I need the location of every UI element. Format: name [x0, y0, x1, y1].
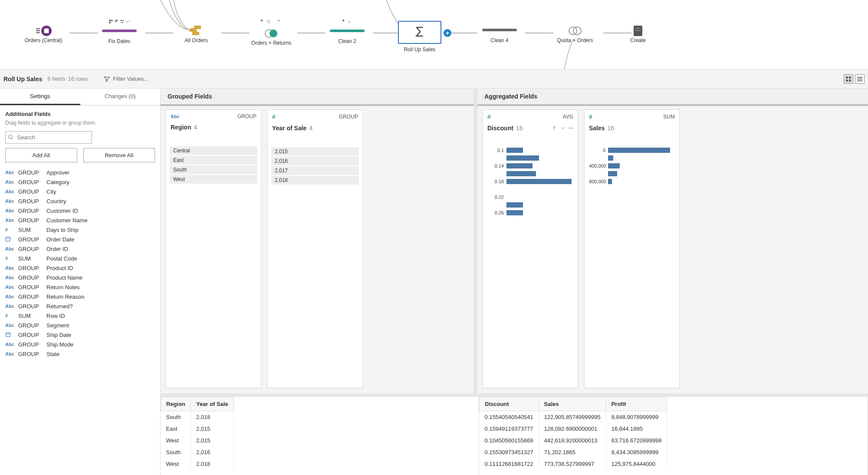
col-header[interactable]: Region	[161, 397, 191, 411]
node-rollup-sales[interactable]: Roll Up Sales	[398, 21, 441, 53]
field-row[interactable]: AbcGROUPShip Mode	[5, 340, 155, 349]
table-row[interactable]: 0.15540540540541122,905.857499999958,848…	[480, 411, 667, 423]
field-row[interactable]: AbcGROUPCategory	[5, 177, 155, 187]
svg-rect-20	[6, 237, 10, 241]
chevron-down-icon[interactable]	[560, 125, 566, 131]
step-icon	[342, 19, 347, 24]
grouped-card[interactable]: #GROUPYear of Sale42,0152,0162,0172,018	[267, 109, 363, 388]
node-orders-central[interactable]: Orders (Central)	[17, 24, 69, 43]
type-icon: #	[5, 313, 18, 318]
type-icon	[5, 236, 18, 243]
filter-icon	[103, 76, 110, 82]
field-row[interactable]: GROUPOrder Date	[5, 234, 155, 244]
type-icon: Abc	[5, 303, 18, 309]
field-row[interactable]: AbcGROUPReturned?	[5, 301, 155, 311]
table-row[interactable]: South2,018	[161, 411, 234, 423]
svg-rect-13	[849, 76, 851, 79]
field-row[interactable]: #SUMRow ID	[5, 311, 155, 320]
node-label: Clean 4	[473, 37, 526, 43]
aggregated-card[interactable]: #AVGDiscount160.10.140.180.220.26	[483, 109, 578, 388]
remove-all-button[interactable]: Remove All	[83, 148, 155, 162]
field-agg: GROUP	[18, 351, 46, 357]
tab-changes[interactable]: Changes (0)	[80, 89, 161, 105]
col-header[interactable]: Discount	[480, 397, 539, 411]
field-row[interactable]: AbcGROUPReturn Reason	[5, 292, 155, 301]
field-row[interactable]: AbcGROUPState	[5, 349, 155, 359]
sort-icon[interactable]	[552, 125, 558, 131]
field-name: Customer Name	[46, 217, 155, 224]
value-row[interactable]: 2,016	[271, 157, 359, 165]
table-row[interactable]: 0.11112681681722773,738.527999997125,975…	[480, 458, 667, 470]
view-profile-button[interactable]	[844, 74, 853, 84]
tab-settings[interactable]: Settings	[0, 89, 80, 105]
node-label: Create	[625, 37, 651, 43]
node-all-orders[interactable]: All Orders	[170, 24, 222, 43]
field-row[interactable]: AbcGROUPProduct ID	[5, 263, 155, 273]
value-row[interactable]: 2,017	[271, 166, 359, 175]
filter-values-button[interactable]: Filter Values...	[103, 76, 148, 82]
value-row[interactable]: East	[170, 156, 257, 165]
table-row[interactable]: 0.15949119373777128,092.690000000116,644…	[480, 423, 667, 435]
node-label: Fix Dates	[93, 38, 145, 44]
view-list-button[interactable]	[855, 74, 865, 84]
value-row[interactable]: West	[170, 175, 257, 184]
table-row[interactable]: South2,016	[161, 446, 234, 458]
table-row[interactable]: West2,018	[161, 458, 234, 470]
search-input[interactable]	[5, 131, 92, 144]
field-row[interactable]: GROUPShip Date	[5, 330, 155, 340]
settings-sidebar: Settings Changes (0) Additional Fields D…	[0, 89, 161, 475]
node-orders-returns[interactable]: Orders + Returns	[245, 19, 297, 46]
table-row[interactable]: 0.1553097345132771,202.18658,434.3095999…	[480, 446, 667, 458]
field-row[interactable]: AbcGROUPOrder ID	[5, 244, 155, 254]
node-clean2[interactable]: Clean 2	[321, 19, 373, 44]
field-agg: GROUP	[18, 188, 46, 195]
type-icon: #	[5, 227, 18, 232]
add-all-button[interactable]: Add All	[5, 148, 77, 162]
aggregated-header: Aggregated Fields	[477, 89, 868, 104]
grouped-fields-panel: Grouped Fields AbcGROUPRegion4CentralEas…	[161, 89, 477, 393]
aggregated-data-table[interactable]: DiscountSalesProfit0.15540540540541122,9…	[479, 397, 868, 475]
type-icon: Abc	[5, 208, 18, 213]
table-row[interactable]: 0.10450560155869442,618.920000001363,716…	[480, 435, 667, 446]
type-icon: #	[5, 256, 18, 261]
col-header[interactable]: Year of Sale	[191, 397, 234, 411]
value-row[interactable]: Central	[170, 146, 257, 155]
node-clean4[interactable]: Clean 4	[473, 24, 526, 43]
type-icon: Abc	[5, 294, 18, 299]
field-row[interactable]: AbcGROUPApprover	[5, 168, 155, 177]
field-row[interactable]: AbcGROUPCustomer Name	[5, 215, 155, 225]
node-quota-orders[interactable]: Quota + Orders	[549, 24, 601, 43]
field-row[interactable]: AbcGROUPCustomer ID	[5, 206, 155, 215]
col-header[interactable]: Profit	[606, 397, 667, 411]
value-row[interactable]: 2,015	[271, 147, 359, 156]
field-agg: GROUP	[18, 274, 46, 281]
grouped-data-table[interactable]: RegionYear of SaleSouth2,018East2,015Wes…	[161, 397, 479, 475]
flow-canvas[interactable]: Orders (Central) Fix Dates All Orders Or…	[0, 0, 868, 69]
grouped-card[interactable]: AbcGROUPRegion4CentralEastSouthWest	[166, 109, 261, 388]
field-row[interactable]: AbcGROUPProduct Name	[5, 273, 155, 282]
field-agg: GROUP	[18, 265, 46, 271]
field-name: Category	[46, 179, 155, 185]
svg-point-6	[270, 30, 277, 37]
col-header[interactable]: Sales	[539, 397, 606, 411]
field-row[interactable]: #SUMDays to Ship	[5, 225, 155, 234]
field-row[interactable]: #SUMPostal Code	[5, 254, 155, 263]
field-row[interactable]: AbcGROUPCountry	[5, 196, 155, 206]
svg-point-22	[569, 128, 570, 129]
field-row[interactable]: AbcGROUPSegment	[5, 320, 155, 330]
table-row[interactable]: East2,015	[161, 423, 234, 435]
field-row[interactable]: AbcGROUPReturn Notes	[5, 282, 155, 292]
aggregated-card[interactable]: #SUMSales160400,000800,000	[584, 109, 680, 388]
step-icon	[108, 19, 113, 24]
field-name: Return Reason	[46, 294, 155, 300]
aggregated-fields-panel: Aggregated Fields #AVGDiscount160.10.140…	[477, 89, 868, 393]
node-create[interactable]: Create	[625, 24, 651, 43]
add-step-button[interactable]: +	[444, 29, 451, 37]
value-row[interactable]: South	[170, 165, 257, 174]
field-row[interactable]: AbcGROUPCity	[5, 187, 155, 196]
step-icon	[277, 19, 282, 24]
value-row[interactable]: 2,018	[271, 176, 359, 185]
table-row[interactable]: West2,015	[161, 435, 234, 446]
more-icon[interactable]	[568, 125, 573, 131]
node-fix-dates[interactable]: Fix Dates	[93, 19, 145, 44]
